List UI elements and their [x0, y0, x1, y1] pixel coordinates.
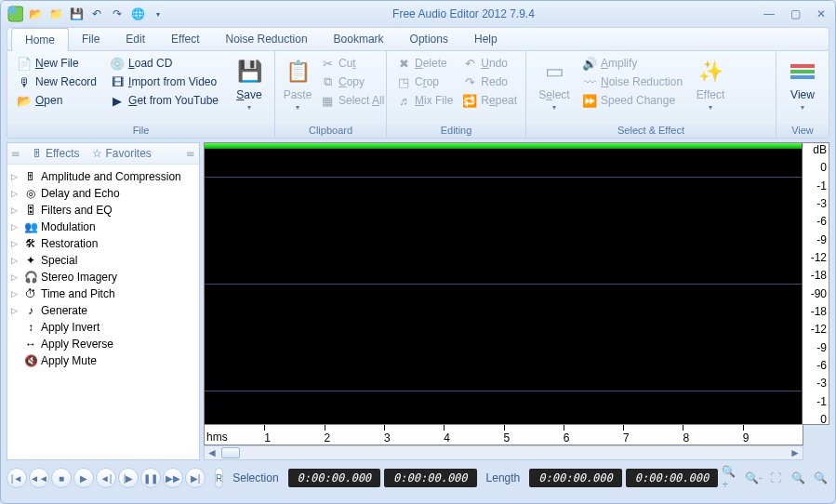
load-cd-button[interactable]: 💿Load CD [106, 55, 222, 72]
tree-item[interactable]: ▷🎧Stereo Imagery [9, 269, 197, 285]
cut-button[interactable]: ✂Cut [316, 55, 388, 72]
view-button[interactable]: View▾ [782, 55, 823, 113]
stop-button[interactable]: ■ [51, 468, 72, 488]
scroll-right-icon[interactable]: ► [788, 446, 803, 459]
time-ruler[interactable]: hms 123456789 [204, 425, 803, 445]
expand-icon[interactable]: ▷ [11, 222, 20, 232]
length-label: Length [486, 471, 521, 484]
expand-icon[interactable]: ▷ [11, 306, 20, 315]
db-tick: -1 [816, 179, 827, 192]
pause-button[interactable]: ❚❚ [140, 468, 161, 488]
timeline-overview[interactable] [205, 143, 802, 149]
horizontal-scrollbar[interactable]: ◄ ► [204, 445, 803, 460]
speed-change-button[interactable]: ⏩Speed Change [578, 92, 686, 109]
title-bar: 📂 📁 💾 ↶ ↷ 🌐 ▾ Free Audio Editor 2012 7.9… [1, 1, 835, 27]
zoom-out-button[interactable]: 🔍- [744, 469, 763, 487]
scroll-thumb[interactable] [221, 447, 240, 458]
play-button[interactable]: ▶ [73, 468, 94, 488]
tab-home[interactable]: Home [11, 28, 69, 51]
zoom-fit-button[interactable]: ⛶ [766, 469, 785, 487]
get-youtube-button[interactable]: ▶Get from YouTube [106, 92, 222, 109]
tree-item[interactable]: ▷🎛Filters and EQ [9, 202, 197, 219]
tree-item[interactable]: ↔Apply Reverse [9, 336, 197, 352]
zoom-sel-button[interactable]: 🔍 [789, 469, 807, 487]
qat-redo-icon[interactable]: ↷ [109, 6, 126, 22]
expand-icon[interactable]: ▷ [11, 272, 20, 282]
expand-icon[interactable]: ▷ [11, 256, 20, 265]
tree-item[interactable]: ↕Apply Invert [9, 319, 197, 336]
qat-open2-icon[interactable]: 📁 [47, 6, 64, 22]
tab-options[interactable]: Options [397, 28, 461, 50]
undo-icon: ↶ [462, 56, 477, 71]
qat-open-icon[interactable]: 📂 [27, 6, 44, 22]
undo-button[interactable]: ↶Undo [458, 55, 521, 72]
time-tick-label: 2 [325, 431, 331, 444]
svg-rect-4 [790, 75, 815, 79]
minimize-button[interactable]: — [761, 7, 777, 20]
crop-button[interactable]: ◳Crop [392, 73, 457, 90]
save-button[interactable]: 💾 Save▾ [230, 55, 269, 113]
tree-item[interactable]: ▷✦Special [9, 252, 197, 269]
tab-file[interactable]: File [69, 28, 113, 50]
tab-bookmark[interactable]: Bookmark [321, 28, 397, 50]
tree-item[interactable]: ▷⏱Time and Pitch [9, 285, 197, 302]
panel-collapse-icon[interactable]: ⩸ [186, 149, 195, 159]
waveform-canvas[interactable] [205, 143, 803, 424]
goto-end-button[interactable]: ▶| [185, 468, 206, 488]
mix-file-button[interactable]: ♬Mix File [392, 92, 457, 109]
db-tick: -18 [811, 269, 827, 282]
repeat-button[interactable]: 🔁Repeat [458, 92, 521, 109]
rewind-button[interactable]: ◄◄ [29, 468, 49, 488]
effect-button[interactable]: ✨Effect▾ [688, 55, 733, 113]
expand-icon[interactable]: ▷ [11, 206, 20, 215]
tree-item[interactable]: ▷◎Delay and Echo [9, 185, 197, 202]
scroll-left-icon[interactable]: ◄ [205, 446, 219, 459]
open-button[interactable]: 📂Open [13, 92, 100, 109]
select-button[interactable]: ▭Select▾ [532, 55, 577, 113]
tree-item[interactable]: ▷🎚Amplitude and Compression [9, 168, 197, 185]
qat-save-icon[interactable]: 💾 [68, 6, 85, 22]
step-fwd-button[interactable]: |▶ [118, 468, 139, 488]
record-button[interactable]: R [215, 468, 223, 488]
maximize-button[interactable]: ▢ [787, 7, 803, 20]
favorites-tab[interactable]: ☆Favorites [88, 145, 154, 162]
copy-button[interactable]: ⧉Copy [316, 73, 388, 90]
expand-icon[interactable]: ▷ [11, 289, 20, 298]
db-tick: -9 [816, 233, 827, 246]
amplify-button[interactable]: 🔊Amplify [578, 55, 686, 72]
import-video-button[interactable]: 🎞Import from Video [106, 73, 222, 90]
effects-tab[interactable]: 🎚Effects [28, 145, 83, 162]
expand-icon[interactable]: ▷ [11, 189, 20, 198]
close-button[interactable]: ✕ [813, 7, 829, 20]
new-file-button[interactable]: 📄New File [13, 55, 100, 72]
qat-web-icon[interactable]: 🌐 [129, 6, 146, 22]
tree-item[interactable]: ▷♪Generate [9, 302, 197, 319]
paste-button[interactable]: 📋Paste▾ [281, 55, 314, 113]
tab-effect[interactable]: Effect [158, 28, 212, 50]
tab-help[interactable]: Help [461, 28, 511, 50]
noise-icon: 〰 [582, 74, 597, 89]
goto-start-button[interactable]: |◄ [7, 468, 27, 488]
zoom-in-button[interactable]: 🔍+ [722, 469, 740, 487]
new-record-button[interactable]: 🎙New Record [13, 73, 100, 90]
length-end-time: 0:00:00.000 [626, 469, 718, 487]
qat-dropdown-icon[interactable]: ▾ [150, 6, 166, 22]
tree-item[interactable]: ▷🛠Restoration [9, 235, 197, 252]
step-back-button[interactable]: ◄| [96, 468, 116, 488]
zoom-v-in-button[interactable]: 🔍 [811, 469, 829, 487]
tree-item-icon: ↔ [23, 337, 38, 351]
redo-button[interactable]: ↷Redo [458, 73, 521, 90]
expand-icon[interactable]: ▷ [11, 172, 20, 181]
fast-fwd-button[interactable]: ▶▶ [163, 468, 183, 488]
expand-icon[interactable]: ▷ [11, 239, 20, 248]
noise-reduction-button[interactable]: 〰Noise Reduction [578, 73, 686, 90]
qat-undo-icon[interactable]: ↶ [88, 6, 105, 22]
tree-item-icon: ◎ [23, 186, 38, 201]
db-tick: -9 [816, 341, 827, 354]
delete-button[interactable]: ✖Delete [392, 55, 457, 72]
tab-edit[interactable]: Edit [113, 28, 158, 50]
tree-item[interactable]: 🔇Apply Mute [9, 352, 197, 369]
tree-item[interactable]: ▷👥Modulation [9, 219, 197, 235]
select-all-button[interactable]: ▦Select All [316, 92, 388, 109]
tab-noise-reduction[interactable]: Noise Reduction [213, 28, 321, 50]
